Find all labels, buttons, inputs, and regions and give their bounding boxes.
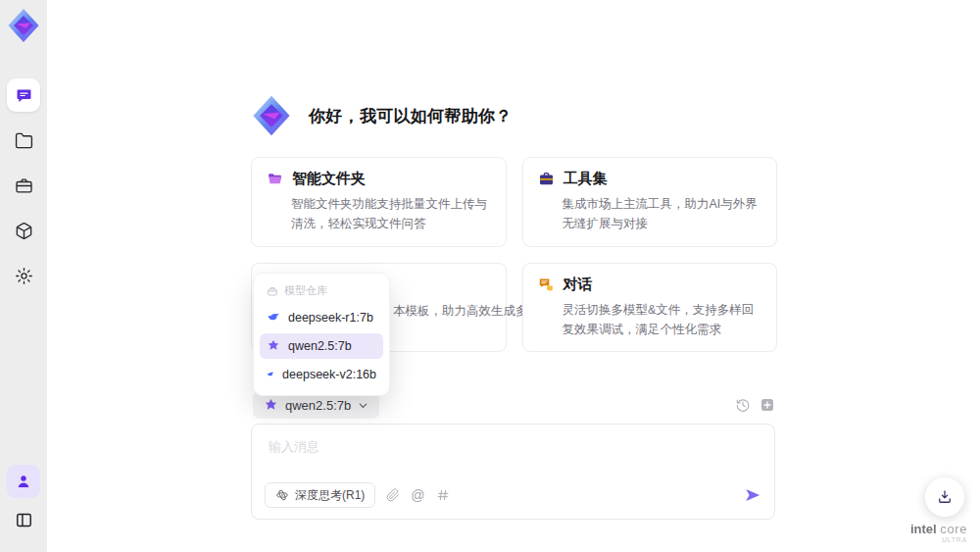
card-description: 灵活切换多模型&文件，支持多样回复效果调试，满足个性化需求 [563,300,762,340]
sidebar-item-chat[interactable] [7,78,40,112]
folder-icon [15,131,33,150]
briefcase-icon [15,176,33,195]
card-description: 集成市场上主流工具，助力AI与外界无缝扩展与对接 [563,194,762,234]
composer-toolbar: 深度思考(R1) @ [265,482,761,508]
model-option-label: deepseek-r1:7b [288,311,373,325]
app-logo[interactable] [6,6,41,45]
sidebar-bottom [7,465,40,536]
attach-file-button[interactable] [386,488,400,502]
core-wordmark: core [940,522,967,536]
dialog-chat-icon [538,276,555,293]
sidebar-item-settings[interactable] [7,259,40,292]
history-button[interactable] [735,397,751,413]
model-option-label: deepseek-v2:16b [282,368,376,381]
main-area: 你好，我可以如何帮助你？ 智能文件夹 智能文件夹功能支持批量文件上传与清洗，轻松… [47,0,980,552]
deepseek-whale-icon [267,311,280,325]
intel-wordmark: intel [910,522,937,536]
chat-toolbar [735,397,775,413]
send-button[interactable] [744,486,761,504]
model-dropdown-header: 模型仓库 [260,280,383,302]
card-description: 智能文件夹功能支持批量文件上传与清洗，轻松实现文件问答 [291,194,491,234]
toolset-briefcase-icon [538,171,555,187]
card-title: 工具集 [564,170,608,188]
model-option-label: qwen2.5:7b [288,339,352,353]
download-icon [936,488,954,506]
sidebar [0,0,47,552]
card-dialog[interactable]: 对话 灵活切换多模型&文件，支持多样回复效果调试，满足个性化需求 [522,263,778,353]
at-mention-button[interactable]: @ [411,488,424,502]
hash-icon [436,488,450,502]
smart-folder-icon [267,171,283,187]
prompt-library-button[interactable] [436,488,450,502]
user-icon [15,473,32,490]
intel-core-badge: intel core ULTRA [910,523,967,543]
app-diamond-logo-icon [7,7,40,44]
card-toolset[interactable]: 工具集 集成市场上主流工具，助力AI与外界无缝扩展与对接 [522,157,778,247]
sidebar-nav [7,78,40,292]
sidebar-item-account[interactable] [7,465,40,498]
sidebar-collapse-button[interactable] [7,503,40,536]
history-icon [735,397,751,413]
greeting-diamond-logo-icon [251,94,292,137]
send-icon [744,486,761,504]
new-chat-button[interactable] [760,397,775,413]
model-dropdown: 模型仓库 deepseek-r1:7b qwen2.5:7b deepseek-… [253,273,390,396]
greeting-row: 你好，我可以如何帮助你？ [251,94,513,137]
greeting-title: 你好，我可以如何帮助你？ [309,105,513,127]
card-title: 智能文件夹 [292,170,366,188]
qwen-icon [264,398,278,413]
model-option-deepseek-r1[interactable]: deepseek-r1:7b [260,305,383,330]
paperclip-icon [386,488,400,502]
repo-icon [267,285,278,297]
deepseek-whale-icon [267,368,274,381]
model-selector-label: qwen2.5:7b [285,398,351,413]
model-option-qwen[interactable]: qwen2.5:7b [260,333,383,359]
sidebar-item-toolset[interactable] [7,169,40,202]
chevron-down-icon [358,400,368,411]
model-dropdown-header-label: 模型仓库 [284,283,327,298]
deep-think-label: 深度思考(R1) [295,487,365,504]
download-button[interactable] [925,477,964,517]
deep-think-toggle[interactable]: 深度思考(R1) [265,482,375,508]
content-column: 你好，我可以如何帮助你？ 智能文件夹 智能文件夹功能支持批量文件上传与清洗，轻松… [251,0,777,552]
message-composer: 深度思考(R1) @ [251,424,775,520]
settings-icon [15,267,33,285]
cube-icon [15,222,33,240]
card-title: 对话 [564,276,593,294]
sidebar-item-models[interactable] [7,214,40,247]
message-input[interactable] [267,436,747,476]
deep-think-atom-icon [275,488,289,502]
chat-icon [15,86,33,105]
sidebar-item-folders[interactable] [7,124,40,157]
ultra-wordmark: ULTRA [910,536,967,543]
card-smart-folder[interactable]: 智能文件夹 智能文件夹功能支持批量文件上传与清洗，轻松实现文件问答 [251,157,507,247]
new-chat-icon [760,397,775,413]
card-description-partial: 本模板，助力高效生成多 [393,303,528,320]
qwen-icon [267,339,280,353]
model-option-deepseek-v2[interactable]: deepseek-v2:16b [260,362,383,387]
panel-toggle-icon [15,511,33,529]
